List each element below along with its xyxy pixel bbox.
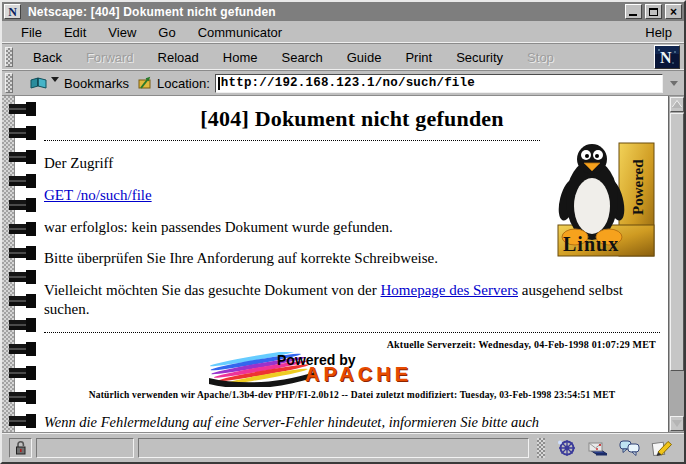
menu-help[interactable]: Help <box>634 25 676 40</box>
mailbox-icon[interactable] <box>586 439 609 457</box>
forward-button: Forward <box>74 50 146 65</box>
window-title: Netscape: [404] Dokument nicht gefunden <box>24 5 622 19</box>
guide-button[interactable]: Guide <box>335 50 394 65</box>
lock-icon <box>14 440 27 455</box>
window-menu-icon[interactable]: N <box>4 4 21 19</box>
suggestion-text-before: Vielleicht möchten Sie das gesuchte Doku… <box>44 282 381 298</box>
navigator-icon[interactable] <box>555 439 577 457</box>
component-bar <box>549 439 677 457</box>
status-bar <box>2 433 684 462</box>
divider-bottom <box>44 332 660 333</box>
menu-file[interactable]: File <box>10 25 53 40</box>
netscape-n-letter: N <box>660 49 672 66</box>
stop-button: Stop <box>515 50 566 65</box>
apache-logo-row: Powered by APACHE <box>44 352 620 387</box>
text-caret <box>218 77 220 90</box>
scroll-down-icon <box>672 420 682 427</box>
menu-bar: File Edit View Go Communicator Help <box>2 21 684 44</box>
page-body: [404] Dokument nicht gefunden <box>44 96 660 432</box>
footer-text-before: Wenn die Fehlermeldung auf eine Server-F… <box>44 414 539 430</box>
request-link[interactable]: GET /no/such/file <box>44 187 152 203</box>
netscape-logo[interactable]: N <box>654 45 680 69</box>
security-indicator[interactable] <box>9 438 32 458</box>
print-button[interactable]: Print <box>393 50 444 65</box>
progress-panel <box>36 438 134 458</box>
vertical-scrollbar[interactable] <box>668 96 684 432</box>
url-text: http://192.168.123.1/no/such/file <box>221 76 475 90</box>
url-input[interactable]: http://192.168.123.1/no/such/file <box>215 74 663 93</box>
location-label: Location: <box>157 76 210 91</box>
menu-communicator[interactable]: Communicator <box>187 25 294 40</box>
search-button[interactable]: Search <box>269 50 334 65</box>
reload-button[interactable]: Reload <box>146 50 211 65</box>
netscape-window: N Netscape: [404] Dokument nicht gefunde… <box>0 0 686 464</box>
scroll-up-icon <box>672 101 682 108</box>
status-message-panel <box>138 438 529 458</box>
security-button[interactable]: Security <box>444 50 515 65</box>
scroll-up-button[interactable] <box>670 97 684 112</box>
server-time: Aktuelle Serverzeit: Wednesday, 04-Feb-1… <box>44 339 656 350</box>
location-icon <box>137 76 152 91</box>
navigation-toolbar: Back Forward Reload Home Search Guide Pr… <box>2 44 684 71</box>
menu-view[interactable]: View <box>97 25 147 40</box>
bookmarks-dropdown-icon <box>51 77 59 82</box>
bookmarks-icon <box>29 76 50 91</box>
homepage-link[interactable]: Homepage des Servers <box>381 282 518 298</box>
minimize-icon <box>629 14 637 16</box>
chevron-down-icon <box>670 81 678 86</box>
scroll-down-button[interactable] <box>670 416 684 431</box>
location-bar: Bookmarks Location: http://192.168.123.1… <box>2 71 684 96</box>
divider-top <box>44 140 540 141</box>
menu-edit[interactable]: Edit <box>53 25 97 40</box>
composer-icon[interactable] <box>650 439 673 457</box>
back-button[interactable]: Back <box>21 50 74 65</box>
bookmarks-button[interactable]: Bookmarks <box>26 75 132 92</box>
linux-logo-text: Linux <box>563 233 619 255</box>
home-button[interactable]: Home <box>211 50 270 65</box>
discussions-icon[interactable] <box>618 439 641 457</box>
browser-viewport: [404] Dokument nicht gefunden <box>2 96 684 433</box>
scrollbar-thumb[interactable] <box>670 113 684 371</box>
server-info: Natürlich verwenden wir Apache/1.3b4-dev… <box>44 390 660 400</box>
menu-go[interactable]: Go <box>147 25 186 40</box>
maximize-button[interactable] <box>645 4 662 19</box>
minimize-button[interactable] <box>625 4 642 19</box>
linux-powered-logo: Linux Powered <box>556 140 656 258</box>
spiral-binding-shadow <box>26 98 36 432</box>
location-bar-grip[interactable] <box>5 73 13 93</box>
paragraph-suggestion: Vielleicht möchten Sie das gesuchte Doku… <box>44 281 660 319</box>
maximize-icon <box>649 8 658 16</box>
component-bar-grip[interactable] <box>537 438 545 458</box>
footer-note: Wenn die Fehlermeldung auf eine Server-F… <box>44 413 660 433</box>
toolbar-grip[interactable] <box>5 47 13 67</box>
powered-by-apache-logo: Powered by APACHE <box>207 352 457 387</box>
close-button[interactable]: × <box>665 4 682 19</box>
title-bar: N Netscape: [404] Dokument nicht gefunde… <box>2 2 684 21</box>
bookmarks-label: Bookmarks <box>64 76 129 91</box>
location-chunk: Location: <box>137 76 210 91</box>
linux-powered-text: Powered <box>630 159 646 215</box>
page-title: [404] Dokument nicht gefunden <box>44 106 660 132</box>
close-icon: × <box>670 6 677 18</box>
url-history-dropdown[interactable] <box>668 74 680 93</box>
apache-text: APACHE <box>305 363 412 386</box>
